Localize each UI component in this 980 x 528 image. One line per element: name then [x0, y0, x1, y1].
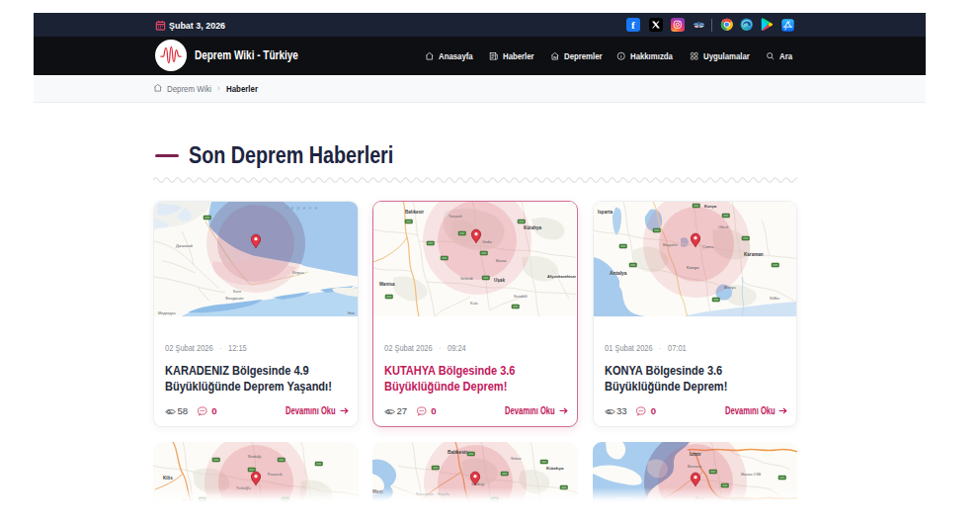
svg-text:Kütahya: Kütahya	[546, 466, 564, 471]
svg-text:Sındırgı: Sındırgı	[471, 483, 484, 486]
svg-text:Balıkesir: Balıkesir	[448, 450, 467, 455]
svg-text:Konya: Konya	[704, 204, 717, 209]
svg-text:Manisa: Manisa	[379, 282, 395, 287]
svg-text:İzmir: İzmir	[690, 451, 701, 457]
svg-text:Simav: Simav	[511, 457, 522, 461]
svg-text:Джанкой: Джанкой	[176, 243, 193, 248]
svg-text:Gediz: Gediz	[482, 240, 492, 244]
svg-text:Beyşehir: Beyşehir	[663, 243, 679, 247]
svg-text:Banaz: Banaz	[496, 259, 507, 263]
svg-text:Феодосия: Феодосия	[225, 296, 243, 301]
svg-text:Obruk: Obruk	[718, 225, 728, 229]
svg-text:Kilis: Kilis	[163, 476, 173, 481]
svg-text:Afyonkarahisar: Afyonkarahisar	[547, 274, 577, 279]
svg-text:Karaman: Karaman	[744, 252, 764, 257]
svg-text:Медведка: Медведка	[158, 311, 176, 315]
svg-text:Pazarcık: Pazarcık	[268, 473, 283, 477]
svg-text:Kütahya: Kütahya	[524, 225, 542, 230]
svg-text:Alanya: Alanya	[724, 286, 736, 290]
svg-text:Manisa OSB: Manisa OSB	[741, 473, 762, 477]
svg-text:Керчь: Керчь	[292, 270, 305, 275]
svg-text:Balıkesir: Balıkesir	[405, 210, 424, 215]
svg-text:Nurdağı: Nurdağı	[248, 455, 262, 459]
svg-text:Кале: Кале	[233, 290, 241, 294]
svg-text:Bornova: Bornova	[688, 465, 702, 469]
svg-text:Tavşanlı: Tavşanlı	[449, 215, 462, 219]
svg-text:Черное: Черное	[285, 205, 320, 211]
svg-text:Konya: Konya	[687, 265, 699, 270]
svg-text:Selendi: Selendi	[460, 277, 473, 281]
svg-text:Нов: Нов	[348, 311, 355, 315]
svg-text:Uşak: Uşak	[494, 278, 505, 283]
svg-text:Çumra: Çumra	[702, 245, 714, 249]
svg-text:Sandıklı: Sandıklı	[514, 295, 528, 299]
svg-text:Silifke: Silifke	[770, 297, 779, 301]
svg-text:Isparta: Isparta	[598, 210, 613, 215]
svg-text:Kula: Kula	[470, 302, 478, 306]
svg-text:Antalya: Antalya	[610, 271, 627, 276]
